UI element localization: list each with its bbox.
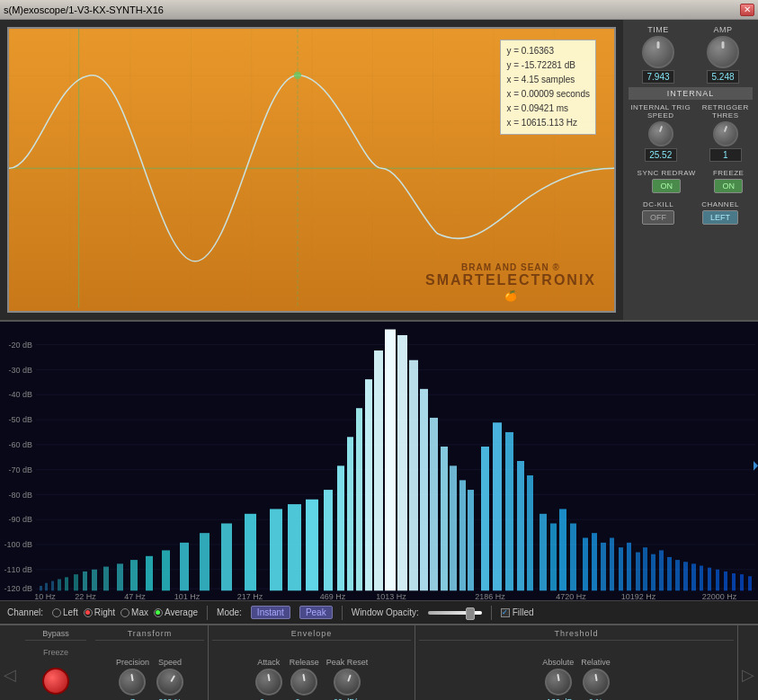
svg-rect-35 bbox=[92, 570, 97, 591]
time-control: TIME 7.943 bbox=[642, 25, 674, 84]
svg-rect-41 bbox=[180, 543, 189, 590]
absolute-knob[interactable] bbox=[545, 669, 572, 696]
opacity-slider[interactable] bbox=[428, 611, 482, 615]
channel-control: CHANNEL LEFT bbox=[701, 200, 739, 225]
threshold-title: Threshold bbox=[419, 629, 734, 641]
spectrum-svg: -20 dB -30 dB -40 dB -50 dB -60 dB -70 d… bbox=[0, 322, 758, 600]
right-radio[interactable] bbox=[84, 608, 93, 617]
svg-rect-65 bbox=[505, 432, 513, 590]
transform-section: Transform Precision 7 Speed 200 % bbox=[92, 625, 209, 700]
svg-rect-44 bbox=[245, 514, 256, 591]
release-label: Release bbox=[290, 658, 319, 667]
amp-label: AMP bbox=[713, 25, 732, 34]
channel-max-option[interactable]: Max bbox=[120, 607, 148, 617]
speed-knob[interactable] bbox=[151, 663, 189, 700]
average-radio[interactable] bbox=[154, 608, 163, 617]
absolute-group: Absolute -120 dB bbox=[542, 658, 574, 700]
release-knob[interactable] bbox=[290, 669, 317, 696]
filled-check-box[interactable]: ✓ bbox=[501, 608, 510, 617]
svg-text:-120 dB: -120 dB bbox=[4, 584, 32, 593]
channel-left-option[interactable]: Left bbox=[52, 607, 78, 617]
time-label: TIME bbox=[647, 25, 669, 34]
right-resize-handle[interactable]: ▷ bbox=[738, 625, 758, 700]
peak-mode-button[interactable]: Peak bbox=[299, 606, 333, 619]
separator-3 bbox=[491, 606, 492, 620]
retrigger-knob[interactable] bbox=[713, 121, 738, 146]
svg-rect-90 bbox=[732, 573, 736, 590]
brand-line2: SMARTELECTRONIX bbox=[425, 272, 596, 288]
svg-rect-82 bbox=[667, 557, 672, 590]
controls-bar: Channel: Left Right Max Average Mode: In… bbox=[0, 600, 758, 624]
left-label: Left bbox=[63, 607, 78, 617]
left-radio[interactable] bbox=[52, 608, 61, 617]
channel-radio-group[interactable]: Left Right Max Average bbox=[52, 607, 198, 617]
relative-label: Relative bbox=[581, 658, 611, 667]
svg-rect-55 bbox=[397, 335, 407, 590]
scope-controls: TIME 7.943 AMP 5.248 INTERNAL INTERNAL T… bbox=[623, 20, 758, 320]
peak-reset-label: Peak Reset bbox=[326, 658, 369, 667]
freeze-button[interactable]: ON bbox=[714, 179, 743, 193]
svg-rect-36 bbox=[103, 567, 109, 591]
dc-kill-control: DC-KILL OFF bbox=[642, 200, 674, 225]
svg-rect-43 bbox=[221, 523, 232, 590]
svg-rect-85 bbox=[691, 563, 696, 590]
retrigger-control: RETRIGGER THRES 1 bbox=[698, 103, 753, 162]
svg-text:101 Hz: 101 Hz bbox=[174, 592, 201, 600]
svg-rect-37 bbox=[117, 563, 123, 590]
oscilloscope-section: y = 0.16363 y = -15.72281 dB x = 4.15 sa… bbox=[0, 20, 758, 322]
svg-text:-40 dB: -40 dB bbox=[9, 390, 32, 399]
retrigger-value: 1 bbox=[709, 148, 742, 162]
trig-retrig-row: INTERNAL TRIG SPEED 25.52 RETRIGGER THRE… bbox=[629, 103, 753, 162]
freeze-label: FREEZE bbox=[713, 169, 745, 177]
trig-speed-label: INTERNAL TRIG SPEED bbox=[629, 103, 692, 120]
trig-speed-knob[interactable] bbox=[648, 121, 673, 146]
bypass-section: Bypass Freeze bbox=[20, 625, 92, 700]
time-knob[interactable] bbox=[642, 36, 674, 68]
relative-group: Relative 0 % bbox=[581, 658, 611, 700]
attack-group: Attack 0 ms bbox=[255, 658, 282, 700]
dc-kill-button[interactable]: OFF bbox=[642, 210, 674, 225]
amp-knob[interactable] bbox=[707, 36, 739, 68]
svg-rect-78 bbox=[636, 553, 640, 591]
sync-redraw-button[interactable]: ON bbox=[652, 179, 681, 193]
threshold-section: Threshold Absolute -120 dB Relative 0 % bbox=[415, 625, 738, 700]
relative-knob[interactable] bbox=[583, 669, 610, 696]
max-radio[interactable] bbox=[120, 608, 129, 617]
attack-knob[interactable] bbox=[255, 669, 282, 696]
svg-rect-75 bbox=[610, 538, 614, 591]
internal-section-header: INTERNAL bbox=[629, 87, 753, 100]
transform-knob-row: Precision 7 Speed 200 % bbox=[95, 644, 204, 700]
svg-rect-73 bbox=[592, 533, 597, 590]
svg-rect-52 bbox=[365, 379, 372, 590]
instant-mode-button[interactable]: Instant bbox=[251, 606, 290, 619]
trig-speed-value: 25.52 bbox=[645, 148, 677, 162]
precision-label: Precision bbox=[116, 658, 149, 667]
retrigger-label: RETRIGGER THRES bbox=[698, 103, 753, 120]
channel-right-option[interactable]: Right bbox=[84, 607, 115, 617]
filled-checkbox[interactable]: ✓ Filled bbox=[501, 607, 534, 617]
svg-point-4 bbox=[294, 72, 301, 79]
svg-rect-77 bbox=[627, 543, 631, 590]
time-value: 7.943 bbox=[642, 70, 674, 84]
peak-reset-knob[interactable] bbox=[329, 664, 366, 700]
svg-rect-67 bbox=[527, 475, 533, 590]
bypass-freeze-button[interactable] bbox=[42, 668, 69, 695]
dc-kill-label: DC-KILL bbox=[643, 200, 673, 208]
svg-text:2186 Hz: 2186 Hz bbox=[475, 592, 505, 600]
left-resize-handle[interactable]: ◁ bbox=[0, 625, 20, 700]
svg-rect-48 bbox=[324, 490, 333, 590]
close-button[interactable]: ✕ bbox=[740, 4, 754, 16]
svg-rect-66 bbox=[517, 461, 524, 590]
attack-label: Attack bbox=[257, 658, 280, 667]
svg-text:22000 Hz: 22000 Hz bbox=[702, 592, 737, 600]
speed-group: Speed 200 % bbox=[156, 658, 183, 700]
svg-rect-42 bbox=[200, 533, 210, 590]
channel-button[interactable]: LEFT bbox=[702, 210, 738, 225]
svg-rect-88 bbox=[716, 570, 719, 591]
channel-average-option[interactable]: Average bbox=[154, 607, 198, 617]
svg-rect-80 bbox=[651, 554, 655, 591]
svg-rect-38 bbox=[130, 560, 138, 590]
envelope-title: Envelope bbox=[212, 629, 411, 641]
precision-knob[interactable] bbox=[119, 669, 146, 696]
freeze-sublabel: Freeze bbox=[43, 648, 68, 657]
